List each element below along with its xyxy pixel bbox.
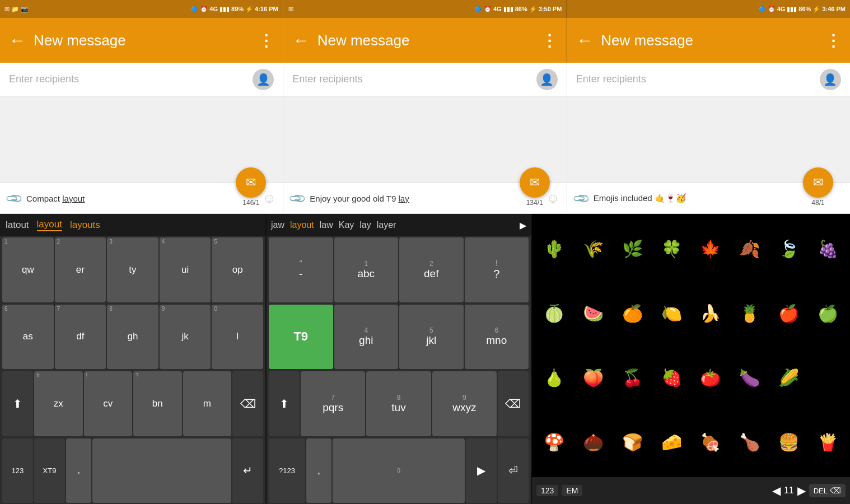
- t9-key-pqrs[interactable]: 7 pqrs: [301, 371, 365, 436]
- back-button-2[interactable]: ←: [293, 31, 310, 50]
- message-area-1[interactable]: [0, 96, 283, 183]
- emoji-sheaf[interactable]: 🌾: [575, 217, 613, 281]
- emoji-cheese[interactable]: 🧀: [652, 410, 690, 474]
- emoji-tangerine[interactable]: 🍊: [614, 282, 652, 345]
- emoji-watermelon[interactable]: 🍉: [575, 282, 613, 345]
- key-qw[interactable]: 1 qw: [2, 237, 54, 302]
- t9-key-t9active[interactable]: T9: [269, 305, 333, 370]
- emoji-mushroom[interactable]: 🍄: [535, 410, 573, 474]
- t9-word-kay[interactable]: Kay: [339, 220, 354, 230]
- key-l[interactable]: 0 l: [212, 305, 263, 370]
- t9-word-law[interactable]: law: [320, 220, 333, 230]
- key-backspace-1[interactable]: ⌫: [232, 371, 263, 436]
- key-ty[interactable]: 3 ty: [107, 237, 158, 302]
- key-comma-1[interactable]: ,: [66, 438, 91, 503]
- emoji-pear[interactable]: 🍐: [535, 346, 573, 409]
- t9-key-def[interactable]: 2 def: [399, 237, 464, 302]
- t9-key-jkl[interactable]: 5 jkl: [399, 305, 464, 370]
- message-area-3[interactable]: [567, 96, 850, 183]
- message-area-2[interactable]: [283, 96, 567, 183]
- t9-key-backspace[interactable]: ⌫: [498, 371, 529, 436]
- emoji-lemon[interactable]: 🍋: [652, 282, 690, 345]
- emoji-eggplant[interactable]: 🍆: [731, 346, 769, 409]
- emoji-bar-next[interactable]: ▶: [797, 484, 806, 497]
- t9-key-punct1[interactable]: " -: [269, 237, 333, 302]
- t9-key-abc[interactable]: 1 abc: [334, 237, 399, 302]
- t9-word-lay[interactable]: lay: [359, 220, 371, 230]
- emoji-banana[interactable]: 🍌: [692, 282, 730, 345]
- emoji-leaves[interactable]: 🍃: [770, 217, 808, 281]
- t9-key-enter[interactable]: ⏎: [498, 438, 529, 503]
- key-space-1[interactable]: [92, 438, 231, 503]
- emoji-hamburger[interactable]: 🍔: [770, 410, 808, 474]
- suggestion-latout[interactable]: latout: [6, 220, 29, 231]
- emoji-pineapple[interactable]: 🍍: [731, 282, 769, 345]
- emoji-hot-pepper[interactable]: 🌶: [809, 346, 847, 409]
- more-button-3[interactable]: ⋮: [825, 31, 841, 50]
- key-bn[interactable]: ? bn: [133, 371, 182, 436]
- t9-key-tuv[interactable]: 8 tuv: [366, 371, 431, 436]
- t9-key-space[interactable]: 0: [333, 438, 465, 503]
- key-er[interactable]: 2 er: [55, 237, 106, 302]
- t9-expand-arrow[interactable]: ▶: [520, 220, 526, 231]
- emoji-corn[interactable]: 🌽: [770, 346, 808, 409]
- emoji-herb[interactable]: 🌿: [614, 217, 652, 281]
- key-123-1[interactable]: 123: [2, 438, 33, 503]
- key-enter-1[interactable]: ↵: [232, 438, 263, 503]
- suggestion-layout[interactable]: layout: [37, 219, 62, 231]
- back-button-3[interactable]: ←: [576, 31, 593, 50]
- t9-key-ghi[interactable]: 4 ghi: [334, 305, 399, 370]
- emoji-green-apple[interactable]: 🍏: [809, 282, 847, 345]
- t9-word-jaw[interactable]: jaw: [271, 220, 284, 230]
- key-df[interactable]: 7 df: [55, 305, 106, 370]
- t9-word-layer[interactable]: layer: [377, 220, 396, 230]
- back-button-1[interactable]: ←: [9, 31, 26, 50]
- emoji-fries[interactable]: 🍟: [809, 410, 847, 474]
- t9-key-wxyz[interactable]: 9 wxyz: [432, 371, 497, 436]
- recipient-input-3[interactable]: Enter recipients: [576, 73, 820, 85]
- emoji-bar-123[interactable]: 123: [536, 485, 558, 496]
- emoji-cherries[interactable]: 🍒: [614, 346, 652, 409]
- emoji-red-apple[interactable]: 🍎: [770, 282, 808, 345]
- more-button-1[interactable]: ⋮: [258, 31, 274, 50]
- envelope-circle-2[interactable]: ✉: [520, 167, 550, 198]
- recipient-input-1[interactable]: Enter recipients: [9, 73, 253, 85]
- key-jk[interactable]: 9 jk: [160, 305, 211, 370]
- t9-key-shift[interactable]: ⬆: [269, 371, 300, 436]
- envelope-circle-1[interactable]: ✉: [236, 167, 266, 198]
- t9-key-punct2[interactable]: ! ?: [465, 237, 529, 302]
- emoji-grapes[interactable]: 🍇: [809, 217, 847, 281]
- emoji-poultry-leg[interactable]: 🍗: [731, 410, 769, 474]
- add-recipient-icon-1[interactable]: 👤: [253, 69, 274, 90]
- key-op[interactable]: 5 op: [212, 237, 263, 302]
- emoji-peach[interactable]: 🍑: [575, 346, 613, 409]
- key-xt9[interactable]: XT9: [34, 438, 65, 503]
- t9-key-comma[interactable]: ,: [306, 438, 331, 503]
- emoji-maple-leaf[interactable]: 🍁: [692, 217, 730, 281]
- emoji-clover[interactable]: 🍀: [652, 217, 690, 281]
- emoji-bar-em[interactable]: EM: [562, 485, 582, 496]
- emoji-bar-prev[interactable]: ◀: [772, 484, 781, 497]
- key-gh[interactable]: 8 gh: [107, 305, 158, 370]
- key-shift[interactable]: ⬆: [2, 371, 33, 436]
- key-zx[interactable]: # zx: [34, 371, 83, 436]
- t9-key-next[interactable]: ▶: [466, 438, 497, 503]
- emoji-bread[interactable]: 🍞: [614, 410, 652, 474]
- key-as[interactable]: 6 as: [2, 305, 54, 370]
- key-cv[interactable]: ! cv: [84, 371, 133, 436]
- emoji-bar-del[interactable]: DEL ⌫: [809, 484, 846, 497]
- add-recipient-icon-2[interactable]: 👤: [536, 69, 558, 90]
- recipient-input-2[interactable]: Enter recipients: [292, 73, 536, 85]
- add-recipient-icon-3[interactable]: 👤: [820, 69, 841, 90]
- emoji-chestnut[interactable]: 🌰: [575, 410, 613, 474]
- emoji-strawberry[interactable]: 🍓: [652, 346, 690, 409]
- t9-key-mno[interactable]: 6 mno: [465, 305, 529, 370]
- emoji-tomato[interactable]: 🍅: [692, 346, 730, 409]
- key-m[interactable]: m: [183, 371, 232, 436]
- envelope-circle-3[interactable]: ✉: [803, 167, 833, 198]
- more-button-2[interactable]: ⋮: [541, 31, 557, 50]
- suggestion-layouts[interactable]: layouts: [70, 220, 100, 231]
- t9-key-123[interactable]: ?123: [269, 438, 305, 503]
- t9-word-layout[interactable]: layout: [290, 220, 314, 230]
- emoji-melon[interactable]: 🍈: [535, 282, 573, 345]
